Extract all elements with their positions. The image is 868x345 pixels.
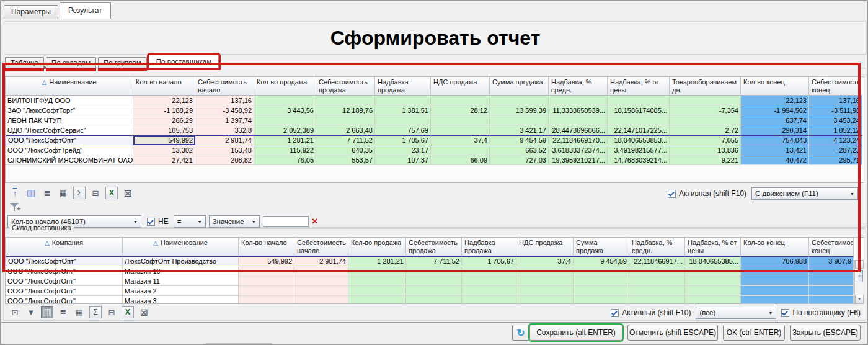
data-cell[interactable] [348,276,406,286]
column-header[interactable]: НДС продажа [431,77,490,96]
data-cell[interactable] [516,286,574,296]
filter-not-checkbox[interactable] [147,218,155,226]
table-row[interactable]: ОДО "ЛюксСофтСервис"105,753332,82 052,38… [6,125,862,135]
data-cell[interactable]: 28,4473696066... [549,125,608,135]
scroll-thumb[interactable]: ≡ [856,270,863,282]
data-cell[interactable] [406,296,462,304]
row-name-cell[interactable]: ООО "ЛюксСофтОпт" [6,296,123,304]
add-filter-icon[interactable]: ▼ [25,306,37,318]
calculator-add-icon[interactable]: ▦ [57,187,69,199]
data-cell[interactable] [629,296,685,304]
data-cell[interactable] [239,276,294,286]
data-cell[interactable] [348,286,406,296]
column-header[interactable]: Себестоимость начало [294,238,348,256]
column-header[interactable]: Себестоимость продажа [316,77,375,96]
data-cell[interactable]: 13,421 [741,145,809,155]
data-cell[interactable]: -7,354 [670,105,741,115]
data-cell[interactable]: 37,4 [431,135,490,145]
data-cell[interactable]: 19,3959210217... [549,155,608,165]
calculator-add-icon[interactable]: ▦ [73,306,86,318]
row-name-cell[interactable]: ЛЕОН ПАК ЧТУП [6,115,133,125]
row-name-cell[interactable]: ЗАО "ЛюксСофтТорг" [6,105,133,115]
column-header[interactable]: Надбавка продажа [375,77,431,96]
table-row[interactable]: ООО "ЛюксСофтОпт"ЛюксСофтОпт Производств… [6,256,854,266]
refresh-button[interactable]: ↻ [512,325,529,341]
data-cell[interactable]: 2 663,48 [316,125,375,135]
data-cell[interactable] [431,125,490,135]
active-rows-checkbox[interactable] [668,190,676,198]
data-cell[interactable] [316,96,375,105]
table-row[interactable]: ООО "ЛюксСофтОпт"Магазин 11 [6,276,854,286]
data-cell[interactable]: 549,992 [239,256,294,266]
row-name-cell[interactable]: ООО "ЛюксСофтОпт" [6,135,133,145]
data-cell[interactable]: 2 052,389 [254,125,316,135]
data-cell[interactable] [316,115,375,125]
column-header[interactable]: Себестоимость конец [809,238,854,256]
data-cell[interactable] [685,286,741,296]
data-cell[interactable]: 1 052,12 [809,125,862,135]
data-cell[interactable]: 553,57 [316,155,375,165]
scroll-down-button[interactable]: ▼ [855,295,864,303]
data-cell[interactable] [406,276,462,286]
data-cell[interactable] [741,296,809,304]
data-cell[interactable] [516,296,574,304]
data-cell[interactable] [741,276,809,286]
data-cell[interactable]: 18,0406553853... [608,135,670,145]
data-cell[interactable] [239,266,294,276]
data-cell[interactable]: 137,16 [195,96,254,105]
row-name-cell[interactable]: ЛюксСофтОпт Производство [123,256,239,266]
data-cell[interactable] [608,115,670,125]
filter-value-input[interactable] [263,216,309,227]
data-cell[interactable] [348,296,406,304]
row-name-cell[interactable]: ООО "ЛюксСофтОпт" [6,286,123,296]
movement-dropdown[interactable]: С движением (F11) ▼ [751,187,858,200]
data-cell[interactable] [574,296,629,304]
data-cell[interactable]: 3 421,17 [490,125,549,135]
data-cell[interactable] [809,296,854,304]
data-cell[interactable]: 107,37 [375,155,431,165]
column-header[interactable]: Кол-во начало [239,238,294,256]
column-header[interactable]: Товарооборачиваем дн. [670,77,741,96]
data-cell[interactable] [809,276,854,286]
tab-by-groups[interactable]: По группам [98,57,147,68]
data-cell[interactable]: 18,040655385... [685,256,741,266]
data-cell[interactable]: -3 511,98 [809,105,862,115]
data-cell[interactable] [375,96,431,105]
table-row[interactable]: ООО "ЛюксСофтОпт"549,9922 981,741 281,21… [6,135,862,145]
data-cell[interactable] [685,296,741,304]
data-cell[interactable] [490,96,549,105]
column-header[interactable]: Надбавка продажа [462,238,516,256]
column-header[interactable]: НДС продажа [516,238,574,256]
table-row[interactable]: БИЛТОНГФУД ООО22,123137,1622,123137,16 [6,96,862,105]
data-cell[interactable]: 7 711,52 [316,135,375,145]
column-header[interactable]: Сумма продажа [574,238,629,256]
data-cell[interactable]: 9 454,59 [574,256,629,266]
data-cell[interactable] [239,286,294,296]
column-header[interactable]: △Компания [6,238,123,256]
data-cell[interactable]: 1 705,67 [375,135,431,145]
column-header[interactable]: Кол-во начало [133,77,195,96]
data-cell[interactable] [294,296,348,304]
row-name-cell[interactable]: ООО "ЛюксСофтОпт" [6,256,123,266]
data-cell[interactable]: 13,302 [133,145,195,155]
remove-column-icon[interactable]: ⊠ [138,306,150,318]
table-row[interactable]: ЗАО "ЛюксСофтТорг"-1 188,29-3 458,923 44… [6,105,862,115]
data-cell[interactable] [294,286,348,296]
data-cell[interactable] [431,115,490,125]
data-cell[interactable]: 1 397,74 [195,115,254,125]
data-cell[interactable] [685,266,741,276]
data-cell[interactable]: 11,3333650539... [549,105,608,115]
data-cell[interactable]: 12 189,76 [316,105,375,115]
data-cell[interactable] [431,96,490,105]
column-header[interactable]: Себестоимость начало [195,77,254,96]
data-cell[interactable]: 115,922 [254,145,316,155]
data-cell[interactable]: -287,23 [809,145,862,155]
row-name-cell[interactable]: СЛОНИМСКИЙ МЯСОКОМБИНАТ ОАО [6,155,133,165]
column-header[interactable]: Себестоимость конец [809,77,862,96]
table-row[interactable]: СЛОНИМСКИЙ МЯСОКОМБИНАТ ОАО27,421208,827… [6,155,862,165]
data-cell[interactable]: 295,71 [809,155,862,165]
data-cell[interactable]: 637,74 [741,115,809,125]
data-cell[interactable]: 3 443,56 [254,105,316,115]
column-header[interactable]: Надбавка, % от цены [608,77,670,96]
table-row[interactable]: ООО "ЛюксСофтОпт"Магазин 3 [6,296,854,304]
